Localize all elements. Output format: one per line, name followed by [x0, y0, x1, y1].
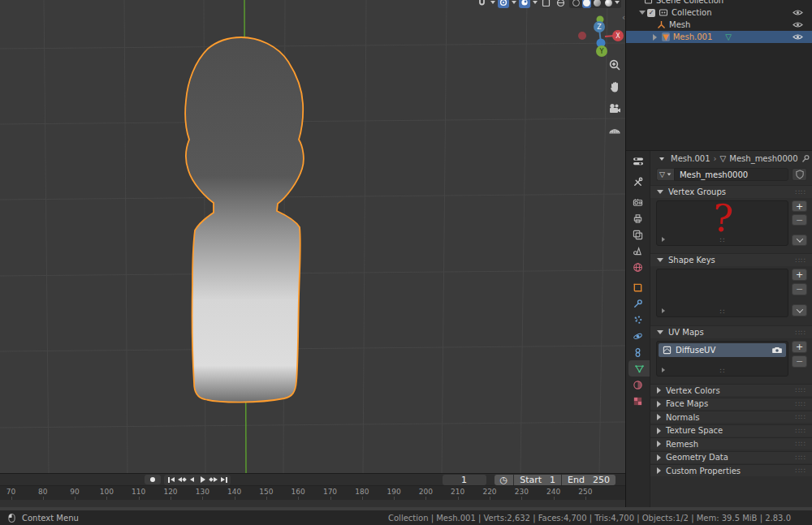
add-shape-key-button[interactable]: + [792, 269, 807, 281]
datablock-name-field[interactable]: Mesh_mesh0000 [674, 168, 788, 181]
shape-keys-list[interactable]: ∷ [656, 269, 788, 317]
tab-constraints[interactable] [626, 344, 650, 360]
expand-icon[interactable] [639, 11, 646, 15]
viewport-3d[interactable]: Z X Y ‹ [0, 0, 625, 473]
add-vertex-group-button[interactable]: + [792, 200, 807, 212]
panel-grip-icon[interactable]: ∷∷ [796, 400, 806, 408]
filter-expand-icon[interactable] [662, 368, 665, 372]
collapsed-panel-row[interactable]: Texture Space ∷∷ [650, 424, 812, 437]
tab-object[interactable] [626, 279, 650, 295]
jump-to-end-button[interactable] [218, 475, 229, 485]
expand-icon[interactable] [653, 34, 657, 41]
snap-magnet-icon[interactable] [476, 0, 488, 8]
tab-scene[interactable] [626, 243, 650, 259]
current-frame-field[interactable]: 1 [443, 475, 486, 485]
show-gizmo-icon[interactable] [540, 0, 552, 8]
editor-type-caret[interactable] [659, 157, 664, 161]
panel-grip-icon[interactable]: ∷∷ [796, 329, 806, 337]
collapsed-panel-row[interactable]: Remesh ∷∷ [650, 437, 812, 450]
outliner-row-collection[interactable]: ✓ Collection [626, 6, 812, 19]
outliner-row-mesh[interactable]: Mesh [626, 19, 812, 31]
outliner-label[interactable]: Collection [672, 8, 711, 17]
collapsed-panel-row[interactable]: Custom Properties ∷∷ [650, 464, 812, 476]
editor-type-properties-icon[interactable] [626, 153, 650, 170]
outliner-label[interactable]: Mesh [669, 20, 690, 29]
gizmo-axis-neg-x[interactable] [578, 32, 586, 40]
jump-to-start-button[interactable] [166, 475, 176, 485]
tab-modifiers[interactable] [626, 295, 650, 312]
prev-keyframe-button[interactable] [176, 475, 187, 485]
show-overlays-icon[interactable] [555, 0, 567, 8]
outliner-row-scene-collection[interactable]: Scene Collection [626, 0, 812, 6]
snapping-toggle-button[interactable] [519, 0, 530, 8]
active-render-camera-icon[interactable] [772, 346, 782, 354]
panel-grip-icon[interactable]: ∷∷ [796, 188, 806, 196]
timeline-ruler[interactable]: 7080901001101201301401501601701801902002… [0, 486, 625, 500]
uv-maps-list[interactable]: DiffuseUV ∷ [656, 341, 788, 377]
outliner-row-mesh001-selected[interactable]: ▼ Mesh.001 ▽ [626, 31, 812, 43]
collapsed-panel-row[interactable]: Normals ∷∷ [650, 411, 812, 423]
mesh-bust-selected[interactable] [174, 37, 310, 410]
outliner-label[interactable]: Scene Collection [656, 0, 723, 5]
panel-grip-icon[interactable]: ∷∷ [796, 256, 806, 265]
tab-output[interactable] [626, 210, 650, 226]
filter-expand-icon[interactable] [662, 237, 665, 242]
list-resize-grip[interactable]: ∷ [720, 367, 725, 375]
end-frame-field[interactable]: End 250 [562, 475, 615, 485]
tab-tool[interactable] [626, 174, 650, 190]
play-reverse-button[interactable] [187, 475, 197, 485]
remove-uv-map-button[interactable]: − [792, 355, 807, 368]
panel-grip-icon[interactable]: ∷∷ [796, 413, 806, 421]
vertex-group-specials-button[interactable] [792, 235, 807, 246]
datablock-type-dropdown[interactable]: ▽ [656, 168, 674, 181]
tab-object-data-active[interactable] [628, 360, 650, 377]
panel-header-shape-keys[interactable]: Shape Keys ∷∷ [650, 253, 812, 266]
tab-render[interactable] [626, 194, 650, 210]
remove-vertex-group-button[interactable]: − [792, 214, 807, 226]
filter-expand-icon[interactable] [662, 308, 665, 313]
shape-key-specials-button[interactable] [792, 304, 807, 316]
collection-checkbox[interactable]: ✓ [647, 9, 655, 17]
perspective-grid-icon[interactable] [607, 123, 623, 139]
panel-header-uv-maps[interactable]: UV Maps ∷∷ [650, 325, 812, 338]
tab-material[interactable] [626, 377, 650, 393]
tab-view-layer[interactable] [626, 226, 650, 243]
play-button[interactable] [197, 475, 208, 485]
panel-grip-icon[interactable]: ∷∷ [796, 440, 806, 448]
uv-map-name[interactable]: DiffuseUV [676, 346, 715, 355]
uv-map-item-active[interactable]: DiffuseUV [659, 343, 786, 357]
eye-icon[interactable] [793, 21, 803, 28]
remove-shape-key-button[interactable]: − [792, 283, 807, 295]
list-resize-grip[interactable]: ∷ [720, 308, 725, 316]
collapsed-panel-row[interactable]: Geometry Data ∷∷ [650, 451, 812, 463]
start-frame-field[interactable]: Start 1 [514, 475, 561, 485]
breadcrumb-data[interactable]: Mesh_mesh0000 [729, 154, 797, 163]
eye-icon[interactable] [793, 33, 803, 41]
shading-dropdown-caret[interactable] [615, 1, 620, 4]
camera-view-icon[interactable] [607, 101, 623, 117]
pan-hand-icon[interactable] [607, 79, 623, 95]
collapsed-panel-row[interactable]: Face Maps ∷∷ [650, 398, 812, 410]
panel-grip-icon[interactable]: ∷∷ [796, 427, 806, 435]
pin-icon[interactable] [801, 154, 810, 163]
timeline-track[interactable] [0, 500, 625, 507]
panel-grip-icon[interactable]: ∷∷ [796, 386, 806, 394]
snapping-dropdown-caret[interactable] [533, 1, 538, 4]
snap-dropdown-caret[interactable] [490, 1, 495, 4]
list-resize-grip[interactable]: ∷ [720, 236, 725, 244]
tab-world[interactable] [626, 259, 650, 275]
panel-header-vertex-groups[interactable]: Vertex Groups ∷∷ [650, 185, 812, 198]
collapsed-panel-row[interactable]: Vertex Colors ∷∷ [650, 384, 812, 396]
navigation-gizmo[interactable]: Z X Y [572, 6, 625, 60]
tab-particles[interactable] [626, 312, 650, 328]
panel-grip-icon[interactable]: ∷∷ [796, 454, 806, 462]
breadcrumb-object[interactable]: Mesh.001 [671, 154, 710, 163]
add-uv-map-button[interactable]: + [792, 341, 807, 353]
outliner-label[interactable]: Mesh.001 [673, 32, 713, 41]
eye-icon[interactable] [793, 9, 803, 16]
tab-texture[interactable] [626, 393, 650, 409]
next-keyframe-button[interactable] [208, 475, 218, 485]
auto-keying-record-button[interactable] [145, 475, 161, 484]
panel-grip-icon[interactable]: ∷∷ [796, 467, 806, 475]
fake-user-shield-button[interactable] [792, 168, 807, 181]
